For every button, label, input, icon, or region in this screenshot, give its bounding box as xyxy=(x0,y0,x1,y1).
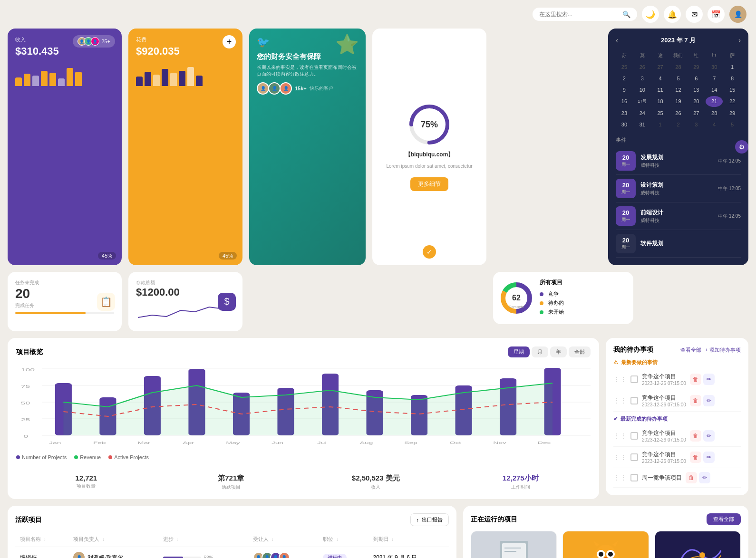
svg-text:Apr: Apr xyxy=(183,441,194,445)
cal-day[interactable]: 3 xyxy=(688,119,705,130)
cal-day[interactable]: 12 xyxy=(670,85,687,95)
cal-day[interactable]: 28 xyxy=(670,62,687,72)
todo-checkbox[interactable] xyxy=(630,432,638,440)
cal-day[interactable]: 9 xyxy=(616,85,633,95)
cal-day[interactable]: 5 xyxy=(724,119,741,130)
todo-add[interactable]: + 添加待办事项 xyxy=(705,346,741,354)
tab-all[interactable]: 全部 xyxy=(569,346,591,357)
todo-checkbox[interactable] xyxy=(630,375,638,383)
cal-day[interactable]: 23 xyxy=(616,108,633,118)
col-name[interactable]: 项目名称 ↕ xyxy=(15,532,68,547)
col-due[interactable]: 到期日 ↕ xyxy=(368,532,449,547)
cal-day[interactable]: 13 xyxy=(688,85,705,95)
todo-checkbox[interactable] xyxy=(630,397,638,404)
cal-day[interactable]: 18 xyxy=(652,96,669,107)
user-avatar[interactable]: 👤 xyxy=(729,6,746,23)
col-role[interactable]: 职位 ↕ xyxy=(318,532,368,547)
project-card-image xyxy=(655,531,740,558)
todo-view-all[interactable]: 查看全部 xyxy=(680,346,701,354)
todo-item-content: 竞争这个项目 2023-12-26 07:15:00 xyxy=(642,451,686,464)
cal-next-button[interactable]: › xyxy=(738,36,741,45)
todo-edit-button[interactable]: ✏ xyxy=(703,374,715,385)
cal-day[interactable]: 1 xyxy=(652,119,669,130)
cell-due: 2021 年 9 月 6 日 xyxy=(368,547,449,558)
more-detail-button[interactable]: 更多细节 xyxy=(410,177,448,191)
drag-icon[interactable]: ⋮⋮ xyxy=(613,474,627,481)
mail-button[interactable]: ✉ xyxy=(686,6,703,23)
notification-button[interactable]: 🔔 xyxy=(664,6,681,23)
cal-day[interactable]: 2 xyxy=(670,119,687,130)
cust2: 👤 xyxy=(268,82,281,95)
cal-day[interactable]: 5 xyxy=(670,73,687,84)
dark-mode-button[interactable]: 🌙 xyxy=(642,6,659,23)
todo-delete-button[interactable]: 🗑 xyxy=(686,472,697,483)
cal-day[interactable]: 15 xyxy=(724,85,741,95)
cal-day[interactable]: 19 xyxy=(670,96,687,107)
tab-week[interactable]: 星期 xyxy=(508,346,530,357)
cal-today[interactable]: 21 xyxy=(706,96,723,107)
cal-day[interactable]: 4 xyxy=(652,73,669,84)
drag-icon[interactable]: ⋮⋮ xyxy=(613,397,627,404)
event-time: 中午 12:05 xyxy=(718,213,741,220)
ebar8 xyxy=(196,76,203,86)
cal-day[interactable]: 10 xyxy=(634,85,651,95)
cal-day[interactable]: 1 xyxy=(724,62,741,72)
todo-delete-button[interactable]: 🗑 xyxy=(690,395,701,406)
assignee-avatar: 👤 xyxy=(279,552,290,558)
todo-checkbox[interactable] xyxy=(630,474,638,481)
todo-edit-button[interactable]: ✏ xyxy=(703,452,715,463)
drag-icon[interactable]: ⋮⋮ xyxy=(613,453,627,461)
todo-checkbox[interactable] xyxy=(630,453,638,461)
donut-legend: 竞争 待办的 未开始 xyxy=(540,290,564,316)
todo-edit-button[interactable]: ✏ xyxy=(703,430,715,442)
todo-edit-button[interactable]: ✏ xyxy=(699,472,710,483)
todo-delete-button[interactable]: 🗑 xyxy=(690,452,701,463)
cal-day[interactable]: 3 xyxy=(634,73,651,84)
cal-day[interactable]: 17号 xyxy=(634,96,651,107)
cal-day[interactable]: 30 xyxy=(616,119,633,130)
cal-day[interactable]: 16 xyxy=(616,96,633,107)
cal-day[interactable]: 30 xyxy=(706,62,723,72)
cal-day[interactable]: 14 xyxy=(706,85,723,95)
cal-day[interactable]: 11 xyxy=(652,85,669,95)
cal-day[interactable]: 27 xyxy=(688,108,705,118)
cal-day[interactable]: 26 xyxy=(634,62,651,72)
todo-delete-button[interactable]: 🗑 xyxy=(690,374,701,385)
col-assignee[interactable]: 受让人 ↕ xyxy=(248,532,318,547)
cal-day[interactable]: 8 xyxy=(724,73,741,84)
tab-month[interactable]: 月 xyxy=(532,346,548,357)
search-box[interactable]: 🔍 xyxy=(533,8,637,21)
cal-day[interactable]: 6 xyxy=(688,73,705,84)
cal-day[interactable]: 25 xyxy=(652,108,669,118)
todo-actions: 🗑 ✏ xyxy=(690,374,715,385)
active-projects-card: 活跃项目 ↑ 出口报告 项目名称 ↕ 项目负责人 ↕ 进步 ↕ 受让人 ↕ 职位… xyxy=(8,506,456,558)
todo-delete-button[interactable]: 🗑 xyxy=(690,430,701,442)
view-all-button[interactable]: 查看全部 xyxy=(707,513,741,525)
cal-day[interactable]: 7 xyxy=(706,73,723,84)
export-button[interactable]: ↑ 出口报告 xyxy=(410,513,449,526)
expense-add-button[interactable]: + xyxy=(223,35,236,48)
search-input[interactable] xyxy=(539,11,619,18)
cal-day[interactable]: 27 xyxy=(652,62,669,72)
cal-day[interactable]: 22 xyxy=(724,96,741,107)
cal-settings-button[interactable]: ⚙ xyxy=(735,140,748,154)
cal-day[interactable]: 26 xyxy=(670,108,687,118)
tab-year[interactable]: 年 xyxy=(550,346,567,357)
calendar-button[interactable]: 📅 xyxy=(708,6,725,23)
cal-day[interactable]: 4 xyxy=(706,119,723,130)
cal-day[interactable]: 25 xyxy=(616,62,633,72)
cell-name: 编辑侠 xyxy=(15,547,68,558)
cal-day[interactable]: 24 xyxy=(634,108,651,118)
drag-icon[interactable]: ⋮⋮ xyxy=(613,375,627,383)
cal-day[interactable]: 2 xyxy=(616,73,633,84)
col-progress[interactable]: 进步 ↕ xyxy=(158,532,248,547)
cal-prev-button[interactable]: ‹ xyxy=(616,36,618,45)
drag-icon[interactable]: ⋮⋮ xyxy=(613,432,627,440)
col-manager[interactable]: 项目负责人 ↕ xyxy=(68,532,158,547)
cal-day[interactable]: 28 xyxy=(706,108,723,118)
cal-day[interactable]: 31 xyxy=(634,119,651,130)
cal-day[interactable]: 20 xyxy=(688,96,705,107)
todo-edit-button[interactable]: ✏ xyxy=(703,395,715,406)
cal-day[interactable]: 29 xyxy=(688,62,705,72)
cal-day[interactable]: 29 xyxy=(724,108,741,118)
